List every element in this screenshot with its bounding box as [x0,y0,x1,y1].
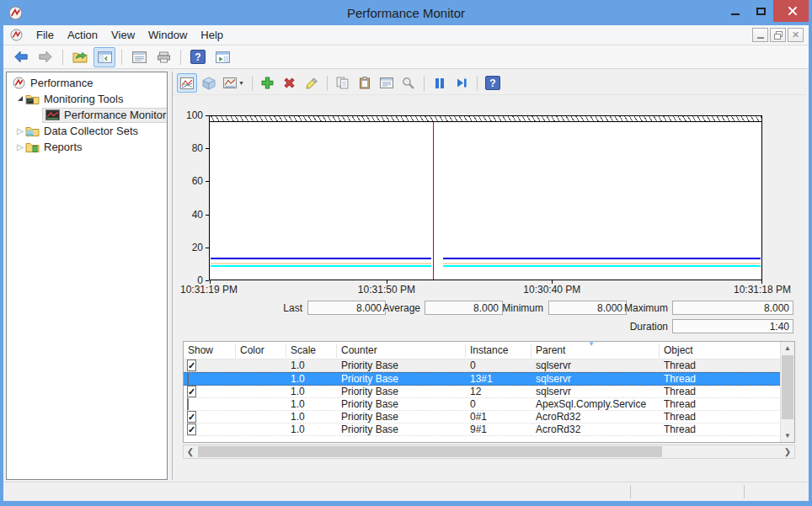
cell-object: Thread [660,360,777,371]
column-header-instance[interactable]: Instance [466,344,532,358]
column-header-counter[interactable]: Counter [337,344,466,358]
cell-counter: Priority Base [337,411,466,423]
new-window-icon [216,51,230,63]
copy-icon [336,77,349,89]
back-button[interactable] [10,47,32,67]
legend-header: Show Color Scale Counter Instance Parent… [184,342,794,360]
legend-row[interactable]: ✓ 1.0 Priority Base 0#1 AcroRd32 Thread [184,411,794,423]
view-log-data-button[interactable] [199,73,219,93]
mdi-close-button[interactable]: ✕ [788,28,804,42]
help-button[interactable]: ? [187,47,209,67]
main-toolbar: ? [3,45,809,69]
cell-parent: sqlservr [532,373,660,385]
maximum-label: Maximum [596,302,668,314]
expand-icon[interactable]: ▷ [15,126,25,136]
average-label: Average [350,302,420,314]
show-checkbox[interactable] [187,398,189,410]
cell-object: Thread [660,411,777,423]
show-checkbox[interactable] [187,373,189,385]
add-counter-button[interactable] [258,73,278,93]
column-header-parent[interactable]: Parent [532,344,660,358]
horizontal-scrollbar[interactable]: ❮ ❯ [183,445,795,459]
freeze-display-button[interactable] [430,73,450,93]
menu-view[interactable]: View [104,26,142,44]
scrollbar-thumb[interactable] [198,446,662,457]
menu-window[interactable]: Window [142,26,194,44]
duration-value: 1:40 [672,319,793,333]
minimize-button[interactable] [723,0,748,22]
update-data-button[interactable] [451,73,472,93]
tree-item-reports[interactable]: ▷ Reports [7,139,167,155]
export-folder-icon [72,51,88,63]
paste-counter-list-button[interactable] [355,73,375,93]
vertical-scrollbar[interactable]: ▲ ▼ [780,342,794,442]
scroll-right-icon[interactable]: ❯ [781,445,794,458]
x-axis-label: 10:31:19 PM [180,284,238,296]
zoom-button[interactable] [398,73,419,93]
scroll-left-icon[interactable]: ❮ [184,445,197,458]
maximum-value: 8.000 [672,301,793,315]
graph-help-button[interactable]: ? [483,73,503,93]
menu-help[interactable]: Help [194,26,230,44]
menu-action[interactable]: Action [61,26,104,44]
show-checkbox[interactable]: ✓ [187,360,196,371]
cell-object: Thread [660,423,777,435]
legend-row[interactable]: ✓ 1.0 Priority Base 0 sqlservr Thread [184,360,794,372]
column-header-show[interactable]: Show [184,344,236,358]
scroll-down-icon[interactable]: ▼ [781,429,794,442]
cell-scale: 1.0 [286,423,337,435]
mdi-minimize-button[interactable] [752,28,768,42]
forward-button[interactable] [35,47,56,67]
toolbar-separator [424,76,425,91]
legend-row[interactable]: 1.0 Priority Base 0 ApexSql.Comply.Servi… [184,398,794,411]
content-area: Performance Monitoring Tools [3,69,809,482]
show-checkbox[interactable]: ✓ [187,411,196,423]
change-graph-type-button[interactable]: ▼ [221,73,247,93]
show-checkbox[interactable]: ✓ [187,423,196,435]
tree-item-data-collector-sets[interactable]: ▷ Data Collector Sets [7,123,167,139]
properties-button[interactable] [128,47,150,67]
maximize-icon [756,8,766,15]
monitoring-tools-folder-icon [25,93,40,105]
tree-item-performance[interactable]: Performance [7,75,167,91]
column-header-color[interactable]: Color [236,344,286,358]
view-current-activity-button[interactable] [177,73,197,93]
menu-file[interactable]: File [29,26,61,44]
tree-item-monitoring-tools[interactable]: Monitoring Tools [7,91,167,107]
column-header-scale[interactable]: Scale [286,344,337,358]
step-forward-icon [456,77,467,88]
minimize-icon [731,13,740,15]
performance-icon [12,77,26,89]
print-button[interactable] [152,47,174,67]
show-hide-console-tree-button[interactable] [93,47,115,67]
graph-properties-button[interactable] [377,73,397,93]
new-window-button[interactable] [211,47,233,67]
legend-row[interactable]: ✓ 1.0 Priority Base 12 sqlservr Thread [184,386,794,398]
y-tick [206,280,209,281]
delete-counter-button[interactable] [280,73,300,93]
legend-row[interactable]: 1.0 Priority Base 13#1 sqlservr Thread [184,372,794,386]
collapse-icon[interactable] [18,96,23,101]
scrollbar-thumb[interactable] [782,355,793,419]
stats-bar: Last 8.000 Average 8.000 Minimum 8.000 M… [173,301,806,338]
show-checkbox[interactable]: ✓ [187,386,196,397]
scroll-up-icon[interactable]: ▲ [781,342,794,354]
maximize-button[interactable] [748,0,773,22]
tree-item-performance-monitor[interactable]: Performance Monitor [7,107,167,123]
export-button[interactable] [69,47,91,67]
tree-label: Data Collector Sets [44,125,138,137]
cell-counter: Priority Base [337,386,466,397]
back-icon [13,51,29,63]
copy-properties-button[interactable] [333,73,353,93]
mdi-restore-button[interactable] [770,28,786,42]
paste-clipboard-icon [359,77,371,89]
column-header-object[interactable]: Object [660,344,777,358]
legend-row[interactable]: ✓ 1.0 Priority Base 9#1 AcroRd32 Thread [184,423,794,436]
expand-icon[interactable]: ▷ [15,142,25,152]
close-button[interactable] [773,0,812,22]
y-axis-label: 20 [173,242,203,253]
highlight-button[interactable] [302,73,322,93]
help-icon: ? [485,76,500,90]
chevron-down-icon: ▼ [238,80,244,86]
current-activity-icon [180,77,194,89]
